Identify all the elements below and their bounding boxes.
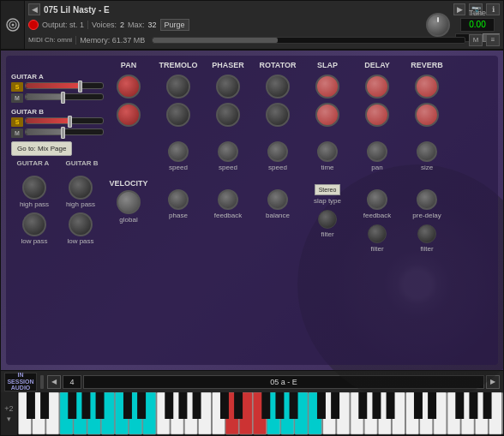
guitar-b-solo[interactable]: S: [11, 117, 23, 127]
delay-feedback-knob[interactable]: [367, 189, 387, 210]
svg-rect-36: [358, 392, 367, 419]
keys-area[interactable]: [18, 392, 503, 435]
slap-knob-a[interactable]: [315, 75, 339, 99]
phaser-speed-knob[interactable]: [218, 141, 238, 162]
fx-tremolo-col: [153, 73, 203, 138]
guitar-b-knobs: high pass low pass: [57, 176, 104, 254]
tune-value: 0.00: [460, 18, 495, 32]
velocity-col: VELOCITY global: [104, 176, 153, 254]
phaser-feedback-knob[interactable]: [218, 189, 238, 210]
svg-rect-39: [414, 392, 423, 419]
in-session-logo: IN SESSION AUDIO: [4, 373, 37, 391]
tremolo-speed-label: speed: [169, 164, 188, 172]
guitar-b-highpass-lbl: high pass: [66, 201, 95, 209]
svg-rect-43: [483, 392, 492, 419]
svg-rect-38: [387, 392, 395, 419]
fx-mid-row: speed speed speed time: [104, 141, 452, 172]
octave-down-icon[interactable]: ▾: [7, 415, 11, 423]
col-rotator: ROTATOR: [253, 61, 303, 69]
rotator-knob-a[interactable]: [266, 75, 290, 99]
preset-prev-btn[interactable]: ◀: [47, 375, 61, 389]
slap-time-knob[interactable]: [317, 141, 338, 162]
footer-divider: [40, 375, 44, 389]
reverb-knob-b[interactable]: [415, 103, 439, 127]
guitar-b-ctrl-label: GUITAR B: [65, 159, 98, 167]
guitar-b-highpass-knob[interactable]: [69, 176, 93, 200]
pan-knob-a[interactable]: [117, 75, 141, 99]
delay-pan-label: pan: [371, 164, 382, 172]
guitar-a-lowpass-knob[interactable]: [22, 212, 46, 236]
purge-btn[interactable]: Purge: [160, 19, 189, 31]
guitar-a-lowpass-lbl: low pass: [21, 238, 47, 246]
pan-knob-b[interactable]: [117, 103, 141, 127]
octave-up-btn[interactable]: +2: [4, 404, 13, 413]
tremolo-speed-knob[interactable]: [168, 141, 189, 162]
phaser-knob-b[interactable]: [216, 103, 240, 127]
svg-rect-27: [178, 392, 187, 419]
svg-rect-28: [193, 392, 201, 419]
guitar-b-fader[interactable]: [25, 117, 104, 124]
guitar-b-lowpass-knob[interactable]: [69, 212, 93, 236]
tremolo-speed-col: speed: [153, 141, 203, 172]
master-volume-knob[interactable]: [426, 13, 450, 37]
stereo-btn[interactable]: Stereo: [315, 184, 341, 195]
tremolo-knob-b[interactable]: [166, 103, 190, 127]
guitar-a-ctrl-label: GUITAR A: [17, 159, 50, 167]
svg-rect-35: [331, 392, 339, 419]
reverb-size-label: size: [421, 164, 433, 172]
guitar-b-pan[interactable]: [25, 128, 104, 135]
guitar-a-label: GUITAR A: [11, 73, 104, 81]
delay-filter-knob[interactable]: [368, 224, 387, 243]
reverb-filter-knob[interactable]: [417, 224, 436, 243]
voices-val: 2: [120, 21, 124, 29]
slap-knob-b[interactable]: [315, 103, 339, 127]
guitar-b-strip: GUITAR B S M: [11, 108, 104, 138]
preset-next-btn[interactable]: ▶: [486, 375, 500, 389]
velocity-global-knob[interactable]: [117, 190, 141, 214]
delay-knob-a[interactable]: [365, 75, 389, 99]
tremolo-knob-a[interactable]: [166, 75, 190, 99]
guitar-b-mute[interactable]: M: [11, 128, 23, 138]
svg-rect-37: [372, 392, 381, 419]
main-panel: PAN TREMOLO PHASER ROTATOR SLAP DELAY RE…: [6, 56, 498, 365]
rotator-speed-label: speed: [268, 164, 287, 172]
guitar-b-label: GUITAR B: [11, 108, 104, 116]
reverb-size-knob[interactable]: [417, 141, 437, 162]
guitar-a-mute[interactable]: M: [11, 93, 23, 103]
delay-pan-knob[interactable]: [367, 141, 387, 162]
svg-rect-22: [81, 392, 90, 419]
fx-phaser-col: [203, 73, 253, 138]
guitar-a-pan[interactable]: [25, 93, 104, 100]
delay-knob-b[interactable]: [365, 103, 389, 127]
guitar-a-fader[interactable]: [25, 82, 104, 89]
reverb-knob-a[interactable]: [415, 75, 439, 99]
prev-btn[interactable]: ◀: [28, 3, 40, 15]
record-btn[interactable]: [28, 20, 39, 30]
col-reverb: REVERB: [402, 61, 452, 69]
slap-time-col: time: [303, 141, 352, 172]
preset-num: 4: [63, 375, 81, 389]
col-delay: DELAY: [352, 61, 402, 69]
phaser-phase-label: phase: [169, 212, 188, 220]
guitar-a-knobs: high pass low pass: [11, 176, 57, 254]
reverb-predelay-knob[interactable]: [417, 189, 437, 210]
phaser-knob-a[interactable]: [216, 75, 240, 99]
piano-bar: +2 ▾: [1, 392, 503, 435]
fx-pan-col: [104, 73, 153, 138]
reverb-filter-label: filter: [420, 246, 433, 254]
slap-filter-label: filter: [321, 231, 333, 239]
rotator-speed-knob[interactable]: [267, 141, 288, 162]
fx-rotator-col: [253, 73, 303, 138]
rotator-balance-knob[interactable]: [267, 189, 288, 210]
slap-filter-knob[interactable]: [318, 210, 337, 229]
max-val: 32: [148, 21, 157, 29]
rotator-knob-b[interactable]: [266, 103, 290, 127]
perf-btn[interactable]: ≡: [486, 34, 500, 46]
guitar-a-highpass-knob[interactable]: [22, 176, 46, 200]
delay-filter-label: filter: [370, 246, 383, 254]
phaser-phase-knob[interactable]: [168, 189, 189, 210]
bottom-section-row: high pass low pass high pass low pass: [11, 176, 493, 254]
guitar-a-solo[interactable]: S: [11, 82, 23, 92]
go-mix-btn[interactable]: Go to: Mix Page: [11, 141, 72, 156]
settings-btn[interactable]: M: [469, 34, 483, 46]
